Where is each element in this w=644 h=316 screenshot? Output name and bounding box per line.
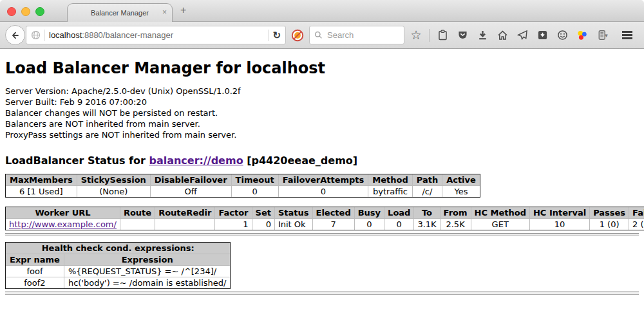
chevron-down-icon[interactable]: ▾ <box>605 32 608 39</box>
col-expression: Expression <box>64 254 231 265</box>
col-method: Method <box>368 174 412 185</box>
url-text: localhost:8880/balancer-manager <box>49 30 264 40</box>
video-download-button[interactable] <box>534 26 551 44</box>
block-icon <box>291 29 304 42</box>
cell-expression: %{REQUEST_STATUS} =~ /^[234]/ <box>64 265 231 277</box>
reading-list-button[interactable] <box>434 26 451 44</box>
url-bar[interactable]: localhost:8880/balancer-manager ↻ <box>26 26 286 44</box>
content-block-button[interactable] <box>289 26 306 44</box>
tab-balancer-manager[interactable]: Balancer Manager × <box>67 3 173 22</box>
square-download-icon <box>537 30 548 41</box>
section-divider <box>5 233 639 236</box>
cell-stickysession: (None) <box>77 185 150 197</box>
cell-expr-name: foof <box>6 265 64 277</box>
col-routeredir: RouteRedir <box>155 207 214 218</box>
cell-expr-name: foof2 <box>6 277 64 288</box>
status-heading-prefix: LoadBalancer Status for <box>5 154 149 167</box>
server-info-line: Server Version: Apache/2.5.0-dev (Unix) … <box>5 86 639 97</box>
hamburger-menu-icon <box>622 30 632 41</box>
col-factor: Factor <box>214 207 251 218</box>
col-load: Load <box>384 207 413 218</box>
table-title-row: Health check cond. expressions: <box>6 243 230 254</box>
cell-from: 2.5K <box>440 218 471 230</box>
clipper-addon-button[interactable]: ▾ <box>594 26 611 44</box>
cell-factor: 1 <box>214 218 251 230</box>
cell-elected: 7 <box>312 218 354 230</box>
toolbar-separator <box>429 29 430 42</box>
col-route: Route <box>120 207 155 218</box>
cell-expression: hc('body') =~ /domain is established/ <box>64 277 231 288</box>
globe-icon <box>31 30 41 40</box>
col-status: Status <box>274 207 312 218</box>
health-check-table: Health check cond. expressions: Expr nam… <box>5 242 231 289</box>
url-divider <box>44 30 45 41</box>
table-header-row: Worker URL Route RouteRedir Factor Set S… <box>6 207 644 218</box>
status-heading-suffix: [p4420eeae_demo] <box>243 154 358 167</box>
col-hc-method: HC Method <box>471 207 529 218</box>
server-info: Server Version: Apache/2.5.0-dev (Unix) … <box>5 86 639 140</box>
url-host: localhost <box>49 30 82 40</box>
server-info-line: ProxyPass settings are NOT inherited fro… <box>5 129 639 140</box>
tab-title: Balancer Manager <box>91 9 149 17</box>
col-fails: Fails <box>629 207 644 218</box>
col-busy: Busy <box>354 207 384 218</box>
worker-row: http://www.example.com/ 1 0 Init Ok 7 0 … <box>6 218 644 230</box>
cell-fails: 2 (0) <box>629 218 644 230</box>
smiley-icon <box>557 30 568 41</box>
col-passes: Passes <box>589 207 629 218</box>
cell-status: Init Ok <box>274 218 312 230</box>
zoom-window-button[interactable] <box>35 7 44 16</box>
cell-route <box>120 218 155 230</box>
paper-plane-icon <box>517 30 528 41</box>
browser-window: Balancer Manager × + localhost:8880/bala… <box>0 0 644 316</box>
worker-status-table: Worker URL Route RouteRedir Factor Set S… <box>5 207 644 230</box>
cell-disablefailover: Off <box>150 185 231 197</box>
reload-icon[interactable]: ↻ <box>272 30 281 41</box>
color-dots-icon <box>576 30 588 41</box>
page-bottom-divider <box>5 292 639 295</box>
cell-worker-url: http://www.example.com/ <box>6 218 120 230</box>
worker-url-link[interactable]: http://www.example.com/ <box>9 219 117 229</box>
bookmark-star-button[interactable]: ☆ <box>408 26 424 44</box>
close-window-button[interactable] <box>7 7 16 16</box>
cell-load: 0 <box>384 218 413 230</box>
color-picker-addon-button[interactable] <box>574 26 591 44</box>
col-active: Active <box>442 174 480 185</box>
pocket-button[interactable] <box>454 26 471 44</box>
col-maxmembers: MaxMembers <box>6 174 77 185</box>
balancer-demo-link[interactable]: balancer://demo <box>149 154 243 167</box>
back-arrow-icon <box>10 30 21 41</box>
window-controls <box>7 7 44 16</box>
cell-hc-interval: 10 <box>529 218 589 230</box>
cell-path: /c/ <box>412 185 442 197</box>
search-input[interactable] <box>326 30 386 41</box>
tab-close-icon[interactable]: × <box>162 8 167 17</box>
cell-hc-method: GET <box>471 218 529 230</box>
search-box[interactable] <box>309 26 404 44</box>
cell-to: 3.1K <box>413 218 439 230</box>
send-page-button[interactable] <box>514 26 531 44</box>
home-icon <box>497 30 508 41</box>
table-header-row: Expr name Expression <box>6 254 230 265</box>
balancer-status-heading: LoadBalancer Status for balancer://demo … <box>5 154 639 167</box>
emoji-addon-button[interactable] <box>554 26 571 44</box>
col-stickysession: StickySession <box>77 174 150 185</box>
search-icon <box>314 31 323 39</box>
col-timeout: Timeout <box>231 174 278 185</box>
col-hc-interval: HC Interval <box>529 207 589 218</box>
downloads-button[interactable] <box>474 26 491 44</box>
navigation-toolbar: localhost:8880/balancer-manager ↻ ☆ <box>0 22 644 49</box>
server-info-line: Balancers are NOT inherited from main se… <box>5 118 639 129</box>
home-button[interactable] <box>494 26 511 44</box>
title-bar: Balancer Manager × + <box>0 0 644 22</box>
cell-passes: 1 (0) <box>589 218 629 230</box>
minimize-window-button[interactable] <box>21 7 30 16</box>
clipboard-icon <box>437 30 448 41</box>
cell-routeredir <box>155 218 214 230</box>
menu-button[interactable] <box>619 26 636 44</box>
cell-timeout: 0 <box>231 185 278 197</box>
cell-maxmembers: 6 [1 Used] <box>6 185 77 197</box>
expr-row: foof2 hc('body') =~ /domain is establish… <box>6 277 230 288</box>
back-button[interactable] <box>5 25 25 45</box>
new-tab-button[interactable]: + <box>180 5 186 15</box>
